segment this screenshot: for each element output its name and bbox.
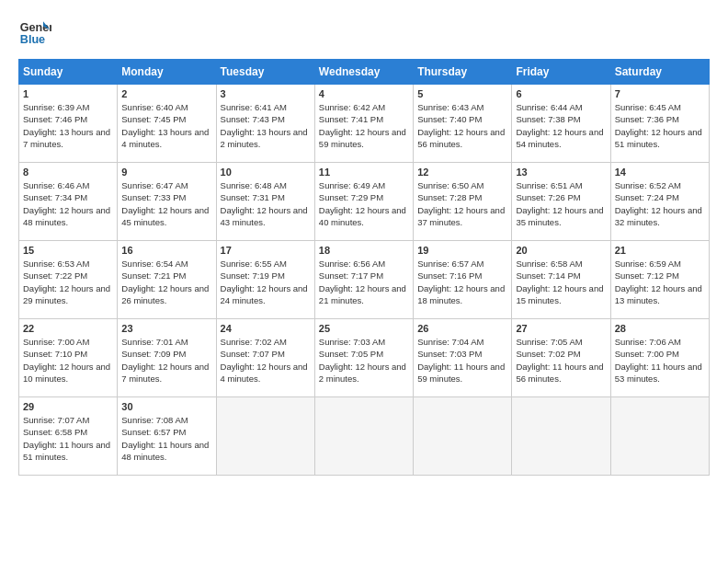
day-cell: 14 Sunrise: 6:52 AMSunset: 7:24 PMDaylig… — [610, 163, 709, 241]
day-cell: 3 Sunrise: 6:41 AMSunset: 7:43 PMDayligh… — [216, 85, 314, 163]
day-info: Sunrise: 6:43 AMSunset: 7:40 PMDaylight:… — [417, 101, 507, 150]
logo-icon: General Blue — [18, 15, 51, 48]
week-row-2: 8 Sunrise: 6:46 AMSunset: 7:34 PMDayligh… — [19, 163, 710, 241]
calendar-table: SundayMondayTuesdayWednesdayThursdayFrid… — [18, 59, 710, 476]
day-number: 30 — [121, 401, 211, 412]
day-info: Sunrise: 6:49 AMSunset: 7:29 PMDaylight:… — [319, 179, 409, 228]
day-cell: 26 Sunrise: 7:04 AMSunset: 7:03 PMDaylig… — [414, 319, 512, 397]
day-cell: 2 Sunrise: 6:40 AMSunset: 7:45 PMDayligh… — [118, 85, 216, 163]
day-info: Sunrise: 6:41 AMSunset: 7:43 PMDaylight:… — [221, 101, 311, 150]
day-cell: 28 Sunrise: 7:06 AMSunset: 7:00 PMDaylig… — [610, 319, 709, 397]
day-info: Sunrise: 6:51 AMSunset: 7:26 PMDaylight:… — [516, 179, 606, 228]
day-cell: 18 Sunrise: 6:56 AMSunset: 7:17 PMDaylig… — [314, 241, 413, 319]
day-cell: 24 Sunrise: 7:02 AMSunset: 7:07 PMDaylig… — [216, 319, 314, 397]
day-cell: 9 Sunrise: 6:47 AMSunset: 7:33 PMDayligh… — [118, 163, 216, 241]
day-number: 12 — [417, 167, 507, 178]
day-cell: 10 Sunrise: 6:48 AMSunset: 7:31 PMDaylig… — [216, 163, 314, 241]
day-number: 2 — [121, 88, 211, 99]
day-number: 9 — [121, 167, 211, 178]
day-info: Sunrise: 7:05 AMSunset: 7:02 PMDaylight:… — [516, 336, 606, 385]
day-number: 24 — [221, 323, 311, 334]
day-info: Sunrise: 7:06 AMSunset: 7:00 PMDaylight:… — [615, 336, 705, 385]
day-info: Sunrise: 6:40 AMSunset: 7:45 PMDaylight:… — [121, 101, 211, 150]
day-info: Sunrise: 6:48 AMSunset: 7:31 PMDaylight:… — [221, 179, 311, 228]
day-info: Sunrise: 6:52 AMSunset: 7:24 PMDaylight:… — [615, 179, 705, 228]
day-number: 28 — [615, 323, 705, 334]
day-number: 14 — [615, 167, 705, 178]
day-info: Sunrise: 7:04 AMSunset: 7:03 PMDaylight:… — [417, 336, 507, 385]
day-info: Sunrise: 7:00 AMSunset: 7:10 PMDaylight:… — [23, 336, 113, 385]
day-info: Sunrise: 6:50 AMSunset: 7:28 PMDaylight:… — [417, 179, 507, 228]
day-cell: 6 Sunrise: 6:44 AMSunset: 7:38 PMDayligh… — [512, 85, 610, 163]
day-cell — [414, 397, 512, 476]
day-cell: 5 Sunrise: 6:43 AMSunset: 7:40 PMDayligh… — [414, 85, 512, 163]
col-header-friday: Friday — [512, 60, 610, 85]
day-info: Sunrise: 6:42 AMSunset: 7:41 PMDaylight:… — [319, 101, 409, 150]
day-number: 15 — [23, 245, 113, 256]
day-cell: 29 Sunrise: 7:07 AMSunset: 6:58 PMDaylig… — [19, 397, 118, 476]
day-number: 20 — [516, 245, 606, 256]
day-info: Sunrise: 6:55 AMSunset: 7:19 PMDaylight:… — [221, 258, 311, 306]
day-info: Sunrise: 6:59 AMSunset: 7:12 PMDaylight:… — [615, 258, 705, 306]
day-info: Sunrise: 7:01 AMSunset: 7:09 PMDaylight:… — [121, 336, 211, 385]
day-info: Sunrise: 6:56 AMSunset: 7:17 PMDaylight:… — [319, 258, 409, 306]
day-number: 23 — [121, 323, 211, 334]
day-info: Sunrise: 6:45 AMSunset: 7:36 PMDaylight:… — [615, 101, 705, 150]
day-cell: 1 Sunrise: 6:39 AMSunset: 7:46 PMDayligh… — [19, 85, 118, 163]
day-info: Sunrise: 6:58 AMSunset: 7:14 PMDaylight:… — [516, 258, 606, 306]
day-number: 26 — [417, 323, 507, 334]
day-number: 29 — [23, 401, 113, 412]
day-number: 11 — [319, 167, 409, 178]
col-header-sunday: Sunday — [19, 60, 118, 85]
day-number: 27 — [516, 323, 606, 334]
day-number: 5 — [417, 88, 507, 99]
day-cell: 8 Sunrise: 6:46 AMSunset: 7:34 PMDayligh… — [19, 163, 118, 241]
logo: General Blue — [18, 15, 57, 48]
week-row-4: 22 Sunrise: 7:00 AMSunset: 7:10 PMDaylig… — [19, 319, 710, 397]
day-number: 6 — [516, 88, 606, 99]
day-cell: 11 Sunrise: 6:49 AMSunset: 7:29 PMDaylig… — [314, 163, 413, 241]
day-number: 4 — [319, 88, 409, 99]
day-info: Sunrise: 6:44 AMSunset: 7:38 PMDaylight:… — [516, 101, 606, 150]
day-cell — [314, 397, 413, 476]
day-cell: 30 Sunrise: 7:08 AMSunset: 6:57 PMDaylig… — [118, 397, 216, 476]
day-cell — [216, 397, 314, 476]
day-cell: 15 Sunrise: 6:53 AMSunset: 7:22 PMDaylig… — [19, 241, 118, 319]
day-number: 3 — [221, 88, 311, 99]
day-info: Sunrise: 6:53 AMSunset: 7:22 PMDaylight:… — [23, 258, 113, 306]
day-number: 8 — [23, 167, 113, 178]
week-row-1: 1 Sunrise: 6:39 AMSunset: 7:46 PMDayligh… — [19, 85, 710, 163]
day-number: 22 — [23, 323, 113, 334]
day-number: 10 — [221, 167, 311, 178]
day-cell: 17 Sunrise: 6:55 AMSunset: 7:19 PMDaylig… — [216, 241, 314, 319]
day-info: Sunrise: 7:07 AMSunset: 6:58 PMDaylight:… — [23, 414, 113, 463]
day-number: 25 — [319, 323, 409, 334]
day-info: Sunrise: 7:08 AMSunset: 6:57 PMDaylight:… — [121, 414, 211, 463]
day-number: 18 — [319, 245, 409, 256]
col-header-thursday: Thursday — [414, 60, 512, 85]
day-cell — [610, 397, 709, 476]
day-number: 7 — [615, 88, 705, 99]
day-cell — [512, 397, 610, 476]
svg-text:Blue: Blue — [20, 33, 45, 46]
day-cell: 19 Sunrise: 6:57 AMSunset: 7:16 PMDaylig… — [414, 241, 512, 319]
day-info: Sunrise: 6:39 AMSunset: 7:46 PMDaylight:… — [23, 101, 113, 150]
day-cell: 13 Sunrise: 6:51 AMSunset: 7:26 PMDaylig… — [512, 163, 610, 241]
day-cell: 16 Sunrise: 6:54 AMSunset: 7:21 PMDaylig… — [118, 241, 216, 319]
day-cell: 7 Sunrise: 6:45 AMSunset: 7:36 PMDayligh… — [610, 85, 709, 163]
day-info: Sunrise: 6:46 AMSunset: 7:34 PMDaylight:… — [23, 179, 113, 228]
day-info: Sunrise: 7:02 AMSunset: 7:07 PMDaylight:… — [221, 336, 311, 385]
day-number: 19 — [417, 245, 507, 256]
day-number: 17 — [221, 245, 311, 256]
day-number: 13 — [516, 167, 606, 178]
day-cell: 22 Sunrise: 7:00 AMSunset: 7:10 PMDaylig… — [19, 319, 118, 397]
day-info: Sunrise: 7:03 AMSunset: 7:05 PMDaylight:… — [319, 336, 409, 385]
day-cell: 20 Sunrise: 6:58 AMSunset: 7:14 PMDaylig… — [512, 241, 610, 319]
day-cell: 21 Sunrise: 6:59 AMSunset: 7:12 PMDaylig… — [610, 241, 709, 319]
col-header-wednesday: Wednesday — [314, 60, 413, 85]
day-info: Sunrise: 6:57 AMSunset: 7:16 PMDaylight:… — [417, 258, 507, 306]
day-cell: 25 Sunrise: 7:03 AMSunset: 7:05 PMDaylig… — [314, 319, 413, 397]
day-cell: 12 Sunrise: 6:50 AMSunset: 7:28 PMDaylig… — [414, 163, 512, 241]
col-header-saturday: Saturday — [610, 60, 709, 85]
day-info: Sunrise: 6:47 AMSunset: 7:33 PMDaylight:… — [121, 179, 211, 228]
